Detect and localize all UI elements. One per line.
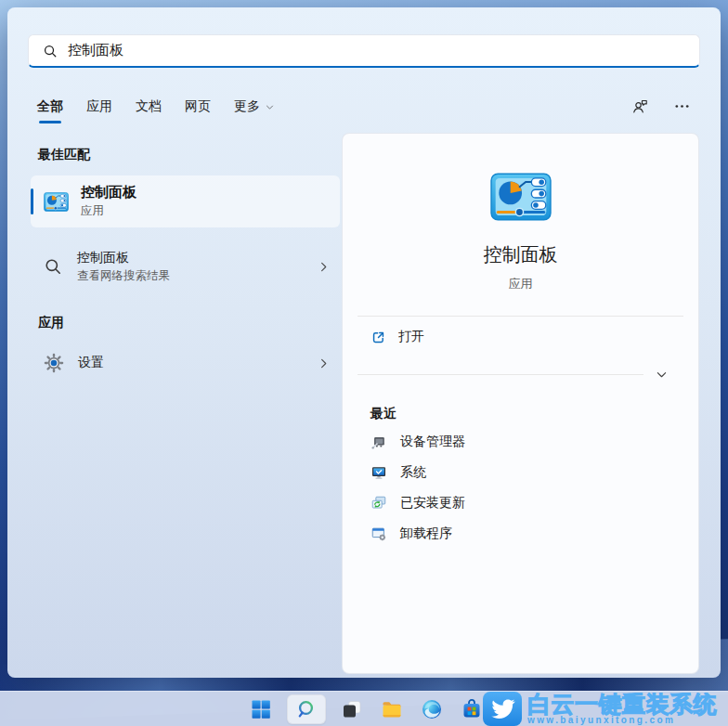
control-panel-icon xyxy=(44,192,69,212)
search-icon xyxy=(295,698,318,720)
recent-item-uninstall-program[interactable]: 卸载程序 xyxy=(343,518,698,549)
task-view-icon xyxy=(341,698,363,720)
chevron-down-icon xyxy=(265,102,275,112)
search-icon xyxy=(44,257,62,276)
open-action[interactable]: 打开 xyxy=(343,317,698,357)
best-match-item[interactable]: 控制面板 应用 xyxy=(31,175,340,227)
best-match-title: 控制面板 xyxy=(81,184,136,201)
task-view-button[interactable] xyxy=(338,695,366,723)
microsoft-store-button[interactable] xyxy=(458,695,486,723)
settings-label: 设置 xyxy=(78,355,317,371)
app-icon-wrapper xyxy=(343,173,698,221)
open-label: 打开 xyxy=(398,329,424,345)
installed-updates-icon xyxy=(370,495,387,512)
web-search-item[interactable]: 控制面板 查看网络搜索结果 xyxy=(31,242,340,291)
tab-label: 应用 xyxy=(86,98,112,115)
taskbar-buttons xyxy=(247,692,486,726)
watermark-text: 白云一键重装系统 www.baiyunxitong.com xyxy=(527,693,728,725)
more-options-icon[interactable] xyxy=(673,97,691,115)
chevron-right-icon xyxy=(317,260,331,274)
recent-item-label: 系统 xyxy=(400,464,426,481)
recent-item-label: 设备管理器 xyxy=(400,434,465,450)
tab-more[interactable]: 更多 xyxy=(234,98,275,115)
chevron-down-icon[interactable] xyxy=(655,368,669,382)
best-match-text: 控制面板 应用 xyxy=(81,184,136,219)
recent-item-system[interactable]: 系统 xyxy=(343,457,698,487)
file-explorer-button[interactable] xyxy=(378,695,406,723)
web-search-text: 控制面板 查看网络搜索结果 xyxy=(77,250,317,284)
recent-item-label: 卸载程序 xyxy=(400,525,452,542)
search-icon xyxy=(43,44,58,58)
search-input[interactable] xyxy=(68,43,688,58)
edge-browser-icon xyxy=(421,698,443,720)
best-match-subtitle: 应用 xyxy=(81,203,136,219)
web-search-title: 控制面板 xyxy=(77,250,317,266)
folder-icon xyxy=(381,698,403,720)
watermark: 白云一键重装系统 www.baiyunxitong.com xyxy=(483,691,728,726)
control-panel-icon xyxy=(490,173,552,221)
recent-item-label: 已安装更新 xyxy=(400,495,465,512)
search-filter-tabs: 全部 应用 文档 网页 更多 xyxy=(37,96,275,118)
tab-documents[interactable]: 文档 xyxy=(136,98,162,115)
detail-panel: 控制面板 应用 打开 最近 设备管理器 系统 已安装更新 卸载程序 xyxy=(342,133,699,674)
results-column: 最佳匹配 控制面板 应用 控制面板 查看网络搜索结果 应用 设置 xyxy=(31,147,340,383)
tab-apps[interactable]: 应用 xyxy=(86,98,112,115)
watermark-brand: 白云一键重装系统 xyxy=(527,693,728,715)
app-type: 应用 xyxy=(343,276,698,292)
divider xyxy=(358,374,644,375)
recent-item-device-manager[interactable]: 设备管理器 xyxy=(343,426,698,457)
chevron-right-icon xyxy=(317,357,331,370)
app-title: 控制面板 xyxy=(343,242,698,267)
search-button[interactable] xyxy=(287,694,326,724)
recent-item-installed-updates[interactable]: 已安装更新 xyxy=(343,487,698,518)
header-actions xyxy=(631,97,691,115)
start-button[interactable] xyxy=(247,695,275,723)
selection-accent-bar xyxy=(31,188,33,214)
taskbar: 白云一键重装系统 www.baiyunxitong.com xyxy=(0,691,728,726)
tab-all[interactable]: 全部 xyxy=(37,98,63,115)
recent-header: 最近 xyxy=(370,406,698,422)
tab-label: 网页 xyxy=(185,98,211,115)
collapse-row xyxy=(358,363,683,385)
apps-header: 应用 xyxy=(31,315,340,331)
best-match-header: 最佳匹配 xyxy=(31,147,340,163)
system-monitor-icon xyxy=(370,464,387,481)
search-flyout-window: 全部 应用 文档 网页 更多 最佳匹配 控制面板 应用 xyxy=(7,7,721,678)
user-feedback-icon[interactable] xyxy=(631,97,649,115)
search-box[interactable] xyxy=(28,34,700,68)
settings-item[interactable]: 设置 xyxy=(31,343,340,383)
tab-label: 更多 xyxy=(234,98,260,115)
tab-label: 文档 xyxy=(136,98,162,115)
microsoft-store-icon xyxy=(461,698,483,720)
settings-gear-icon xyxy=(44,353,64,373)
tab-label: 全部 xyxy=(37,98,63,115)
windows-start-icon xyxy=(250,698,272,720)
tab-web[interactable]: 网页 xyxy=(185,98,211,115)
open-external-icon xyxy=(370,330,386,345)
bird-icon xyxy=(483,692,522,726)
device-manager-icon xyxy=(370,434,387,450)
web-search-subtitle: 查看网络搜索结果 xyxy=(77,268,317,284)
uninstall-program-icon xyxy=(370,525,387,542)
edge-browser-button[interactable] xyxy=(418,695,446,723)
